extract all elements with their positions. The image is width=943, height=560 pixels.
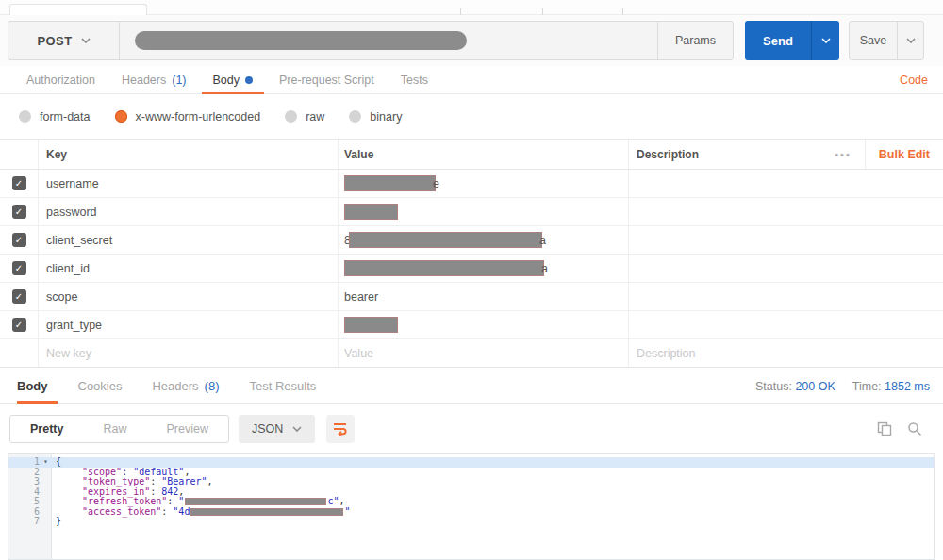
row-checkbox[interactable]: ✓ — [12, 261, 26, 275]
postman-window: POST Params Send Save Authorization — [0, 0, 943, 560]
chevron-down-icon — [906, 38, 916, 43]
response-tab-body[interactable]: Body — [15, 370, 63, 404]
status-value: 200 OK — [795, 380, 835, 393]
tab-body[interactable]: Body — [200, 66, 267, 94]
param-description[interactable] — [628, 198, 819, 225]
row-checkbox[interactable]: ✓ — [12, 289, 26, 304]
param-key[interactable]: grant_type — [38, 311, 338, 338]
table-row: ✓ scope bearer — [0, 283, 943, 311]
param-key[interactable]: password — [38, 198, 338, 225]
response-meta: Status: 200 OK Time: 1852 ms — [755, 370, 930, 404]
tab-pre-request-script[interactable]: Pre-request Script — [266, 66, 388, 94]
param-key[interactable]: client_secret — [38, 226, 338, 254]
table-row: ✓ client_secret 8a — [0, 226, 943, 255]
params-button[interactable]: Params — [657, 22, 733, 59]
param-key[interactable]: username — [38, 170, 338, 197]
url-input[interactable] — [120, 22, 657, 59]
param-description[interactable] — [628, 170, 819, 197]
param-value[interactable] — [338, 198, 628, 225]
format-dropdown[interactable]: JSON — [239, 415, 315, 443]
response-headers-count: (8) — [205, 379, 220, 393]
code-lines: 1▾{2"scope": "default",3"token_type": "B… — [8, 454, 934, 527]
save-options-button[interactable] — [897, 22, 923, 59]
search-icon — [907, 421, 922, 436]
radio-icon — [19, 110, 31, 123]
new-description-input[interactable]: Description — [628, 339, 819, 367]
view-pretty[interactable]: Pretty — [10, 416, 83, 442]
param-value[interactable]: a — [338, 255, 628, 282]
param-value[interactable]: bearer — [338, 283, 628, 310]
send-button-group: Send — [745, 21, 839, 60]
code-line: 6"access_token": "4d" — [8, 507, 934, 518]
redacted-value — [344, 175, 436, 191]
tab-divider — [542, 8, 543, 15]
send-button[interactable]: Send — [745, 21, 811, 60]
table-row: ✓ username e — [0, 170, 943, 198]
method-select[interactable]: POST — [8, 22, 120, 59]
copy-response-button[interactable] — [877, 421, 892, 436]
param-description[interactable] — [628, 311, 819, 338]
bulk-edit-link[interactable]: Bulk Edit — [866, 148, 943, 161]
more-options-icon[interactable]: ••• — [821, 140, 866, 169]
view-preview[interactable]: Preview — [146, 416, 227, 442]
row-checkbox[interactable]: ✓ — [12, 318, 26, 332]
radio-raw[interactable]: raw — [285, 110, 324, 124]
row-checkbox[interactable]: ✓ — [12, 176, 26, 190]
code-link[interactable]: Code — [900, 66, 928, 94]
row-checkbox[interactable]: ✓ — [12, 233, 26, 247]
radio-icon — [349, 110, 361, 123]
radio-icon — [285, 110, 297, 123]
tab-headers[interactable]: Headers (1) — [108, 66, 200, 94]
chevron-down-icon — [292, 426, 302, 432]
param-value[interactable] — [338, 311, 628, 338]
redacted-value — [349, 232, 542, 248]
view-raw[interactable]: Raw — [83, 416, 146, 442]
time-label: Time: — [852, 380, 882, 393]
response-tab-headers[interactable]: Headers (8) — [137, 370, 234, 404]
tab-authorization[interactable]: Authorization — [13, 66, 108, 94]
search-response-button[interactable] — [907, 421, 922, 436]
row-checkbox[interactable]: ✓ — [12, 205, 26, 219]
response-toolbar: Pretty Raw Preview JSON — [0, 404, 943, 453]
param-key[interactable]: client_id — [38, 255, 338, 282]
param-value[interactable]: e — [338, 170, 628, 197]
save-button-group: Save — [849, 21, 924, 60]
response-body-editor[interactable]: 1▾{2"scope": "default",3"token_type": "B… — [8, 453, 935, 560]
param-key[interactable]: scope — [38, 283, 338, 310]
urlencoded-params-table: Key Value Description ••• Bulk Edit ✓ us… — [0, 139, 943, 368]
redacted-value — [344, 317, 398, 333]
response-tabs: Body Cookies Headers (8) Test Results St… — [0, 370, 943, 404]
column-header-description: Description — [628, 140, 819, 169]
param-description[interactable] — [628, 226, 819, 254]
send-options-button[interactable] — [811, 21, 839, 60]
response-tab-test-results[interactable]: Test Results — [235, 370, 332, 404]
radio-binary[interactable]: binary — [349, 110, 402, 124]
open-request-tab[interactable] — [9, 4, 147, 15]
tab-divider — [622, 8, 623, 15]
table-row: ✓ client_id a — [0, 255, 943, 283]
column-header-key: Key — [38, 140, 338, 169]
tab-tests[interactable]: Tests — [388, 66, 441, 94]
wrap-lines-button[interactable] — [326, 415, 355, 443]
code-line: 7} — [8, 517, 934, 527]
chevron-down-icon — [821, 38, 831, 43]
new-value-input[interactable]: Value — [338, 339, 628, 367]
save-button[interactable]: Save — [850, 22, 897, 59]
response-tab-cookies[interactable]: Cookies — [63, 370, 138, 404]
param-description[interactable] — [628, 255, 819, 282]
request-tab-strip — [0, 0, 943, 15]
time-value: 1852 ms — [885, 380, 930, 393]
redacted-value — [344, 204, 398, 220]
table-header-row: Key Value Description ••• Bulk Edit — [0, 139, 943, 170]
fold-caret-icon[interactable]: ▾ — [40, 457, 52, 468]
table-row: ✓ password — [0, 198, 943, 226]
wrap-lines-icon — [333, 422, 348, 436]
radio-form-data[interactable]: form-data — [19, 110, 91, 124]
new-key-input[interactable]: New key — [38, 339, 338, 367]
method-label: POST — [38, 34, 73, 48]
view-mode-segment: Pretty Raw Preview — [9, 415, 229, 443]
body-active-dot-icon — [245, 76, 253, 84]
param-value[interactable]: 8a — [338, 226, 628, 254]
param-description[interactable] — [628, 283, 819, 310]
radio-x-www-form-urlencoded[interactable]: x-www-form-urlencoded — [115, 110, 261, 124]
